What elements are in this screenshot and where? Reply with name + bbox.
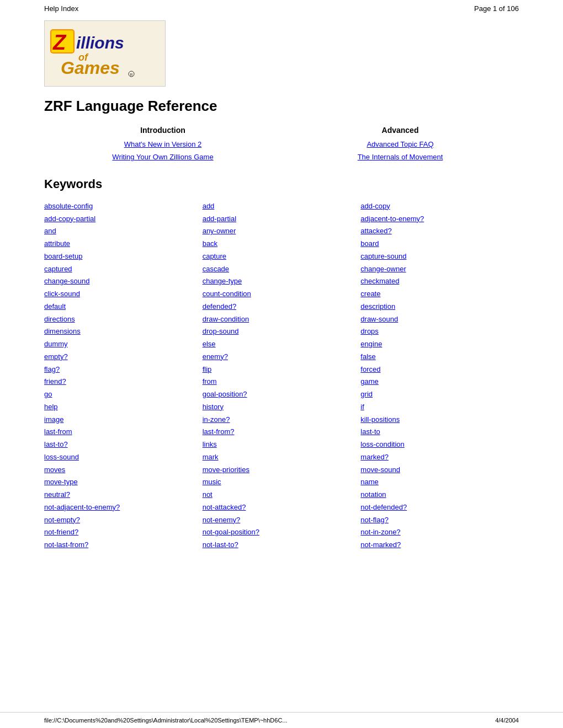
- keyword-link-not-last-from?[interactable]: not-last-from?: [44, 539, 203, 552]
- keyword-link-absolute-config[interactable]: absolute-config: [44, 200, 203, 213]
- keyword-link-defended?[interactable]: defended?: [203, 301, 361, 313]
- keyword-link-loss-sound[interactable]: loss-sound: [44, 451, 203, 464]
- page-number: Page 1 of 106: [474, 4, 519, 13]
- keyword-link-cascade[interactable]: cascade: [203, 263, 361, 276]
- keyword-link-board[interactable]: board: [360, 238, 519, 250]
- keyword-link-back[interactable]: back: [203, 238, 361, 250]
- keyword-link-any-owner[interactable]: any-owner: [203, 225, 361, 238]
- keyword-link-move-type[interactable]: move-type: [44, 476, 203, 489]
- keywords-heading: Keywords: [44, 177, 519, 191]
- keyword-link-not-defended?[interactable]: not-defended?: [360, 501, 519, 514]
- keyword-link-loss-condition[interactable]: loss-condition: [360, 438, 519, 451]
- keyword-link-not-in-zone?[interactable]: not-in-zone?: [360, 526, 519, 539]
- keyword-link-not-adjacent-to-enemy?[interactable]: not-adjacent-to-enemy?: [44, 501, 203, 514]
- keyword-link-add-partial[interactable]: add-partial: [203, 213, 361, 226]
- keyword-link-links[interactable]: links: [203, 438, 361, 451]
- keyword-link-move-priorities[interactable]: move-priorities: [203, 464, 361, 477]
- keyword-link-neutral?[interactable]: neutral?: [44, 489, 203, 501]
- keyword-link-create[interactable]: create: [360, 288, 519, 301]
- keyword-link-music[interactable]: music: [203, 476, 361, 489]
- keyword-link-not-goal-position?[interactable]: not-goal-position?: [203, 526, 361, 539]
- keyword-link-drops[interactable]: drops: [360, 325, 519, 338]
- keyword-link-if[interactable]: if: [360, 401, 519, 414]
- keyword-link-notation[interactable]: notation: [360, 489, 519, 501]
- intro-left-header: Introduction: [44, 126, 282, 135]
- keywords-col-3: add-copyadjacent-to-enemy?attacked?board…: [360, 200, 519, 552]
- keyword-link-go[interactable]: go: [44, 388, 203, 401]
- keyword-link-image[interactable]: image: [44, 414, 203, 426]
- link-whats-new[interactable]: What's New in Version 2: [44, 138, 282, 151]
- keyword-link-marked?[interactable]: marked?: [360, 451, 519, 464]
- link-internals[interactable]: The Internals of Movement: [282, 151, 519, 163]
- keyword-link-attribute[interactable]: attribute: [44, 238, 203, 250]
- svg-text:illions: illions: [76, 34, 124, 52]
- keyword-link-move-sound[interactable]: move-sound: [360, 464, 519, 477]
- keyword-link-moves[interactable]: moves: [44, 464, 203, 477]
- keyword-link-flag?[interactable]: flag?: [44, 363, 203, 376]
- page-title: ZRF Language Reference: [44, 98, 519, 115]
- keyword-link-not-enemy?[interactable]: not-enemy?: [203, 514, 361, 527]
- keyword-link-captured[interactable]: captured: [44, 263, 203, 276]
- keyword-link-not[interactable]: not: [203, 489, 361, 501]
- keyword-link-default[interactable]: default: [44, 301, 203, 313]
- keyword-link-last-from?[interactable]: last-from?: [203, 426, 361, 438]
- keyword-link-count-condition[interactable]: count-condition: [203, 288, 361, 301]
- keyword-link-enemy?[interactable]: enemy?: [203, 351, 361, 363]
- keyword-link-change-sound[interactable]: change-sound: [44, 275, 203, 288]
- keyword-link-mark[interactable]: mark: [203, 451, 361, 464]
- keyword-link-change-type[interactable]: change-type: [203, 275, 361, 288]
- keyword-link-in-zone?[interactable]: in-zone?: [203, 414, 361, 426]
- svg-text:Z: Z: [52, 31, 67, 54]
- keyword-link-last-from[interactable]: last-from: [44, 426, 203, 438]
- keyword-link-engine[interactable]: engine: [360, 338, 519, 351]
- link-writing-game[interactable]: Writing Your Own Zillions Game: [44, 151, 282, 163]
- keyword-link-grid[interactable]: grid: [360, 388, 519, 401]
- keyword-link-else[interactable]: else: [203, 338, 361, 351]
- keyword-link-drop-sound[interactable]: drop-sound: [203, 325, 361, 338]
- keyword-link-last-to?[interactable]: last-to?: [44, 438, 203, 451]
- keyword-link-description[interactable]: description: [360, 301, 519, 313]
- keyword-link-change-owner[interactable]: change-owner: [360, 263, 519, 276]
- svg-text:R: R: [130, 73, 133, 77]
- keywords-col-1: absolute-configadd-copy-partialandattrib…: [44, 200, 203, 552]
- keyword-link-friend?[interactable]: friend?: [44, 376, 203, 388]
- keyword-link-name[interactable]: name: [360, 476, 519, 489]
- keyword-link-history[interactable]: history: [203, 401, 361, 414]
- keyword-link-not-empty?[interactable]: not-empty?: [44, 514, 203, 527]
- keyword-link-kill-positions[interactable]: kill-positions: [360, 414, 519, 426]
- keyword-link-not-flag?[interactable]: not-flag?: [360, 514, 519, 527]
- keyword-link-not-attacked?[interactable]: not-attacked?: [203, 501, 361, 514]
- keyword-link-empty?[interactable]: empty?: [44, 351, 203, 363]
- keyword-link-forced[interactable]: forced: [360, 363, 519, 376]
- keyword-link-not-marked?[interactable]: not-marked?: [360, 539, 519, 552]
- keyword-link-draw-condition[interactable]: draw-condition: [203, 313, 361, 326]
- link-advanced-faq[interactable]: Advanced Topic FAQ: [282, 138, 519, 151]
- keyword-link-add-copy[interactable]: add-copy: [360, 200, 519, 213]
- keyword-link-false[interactable]: false: [360, 351, 519, 363]
- logo-area: Z illions of Games R: [44, 20, 166, 87]
- keyword-link-not-friend?[interactable]: not-friend?: [44, 526, 203, 539]
- keyword-link-dummy[interactable]: dummy: [44, 338, 203, 351]
- keyword-link-click-sound[interactable]: click-sound: [44, 288, 203, 301]
- keyword-link-checkmated[interactable]: checkmated: [360, 275, 519, 288]
- keyword-link-help[interactable]: help: [44, 401, 203, 414]
- keyword-link-from[interactable]: from: [203, 376, 361, 388]
- keyword-link-draw-sound[interactable]: draw-sound: [360, 313, 519, 326]
- keyword-link-attacked?[interactable]: attacked?: [360, 225, 519, 238]
- keyword-link-directions[interactable]: directions: [44, 313, 203, 326]
- keyword-link-goal-position?[interactable]: goal-position?: [203, 388, 361, 401]
- keyword-link-adjacent-to-enemy?[interactable]: adjacent-to-enemy?: [360, 213, 519, 226]
- keyword-link-capture[interactable]: capture: [203, 250, 361, 263]
- bottom-bar: file://C:\Documents%20and%20Settings\Adm…: [0, 712, 563, 728]
- keyword-link-capture-sound[interactable]: capture-sound: [360, 250, 519, 263]
- keyword-link-game[interactable]: game: [360, 376, 519, 388]
- keyword-link-add-copy-partial[interactable]: add-copy-partial: [44, 213, 203, 226]
- keyword-link-board-setup[interactable]: board-setup: [44, 250, 203, 263]
- keyword-link-and[interactable]: and: [44, 225, 203, 238]
- keyword-link-flip[interactable]: flip: [203, 363, 361, 376]
- keyword-link-add[interactable]: add: [203, 200, 361, 213]
- keywords-grid: absolute-configadd-copy-partialandattrib…: [44, 200, 519, 552]
- keyword-link-dimensions[interactable]: dimensions: [44, 325, 203, 338]
- keyword-link-not-last-to?[interactable]: not-last-to?: [203, 539, 361, 552]
- keyword-link-last-to[interactable]: last-to: [360, 426, 519, 438]
